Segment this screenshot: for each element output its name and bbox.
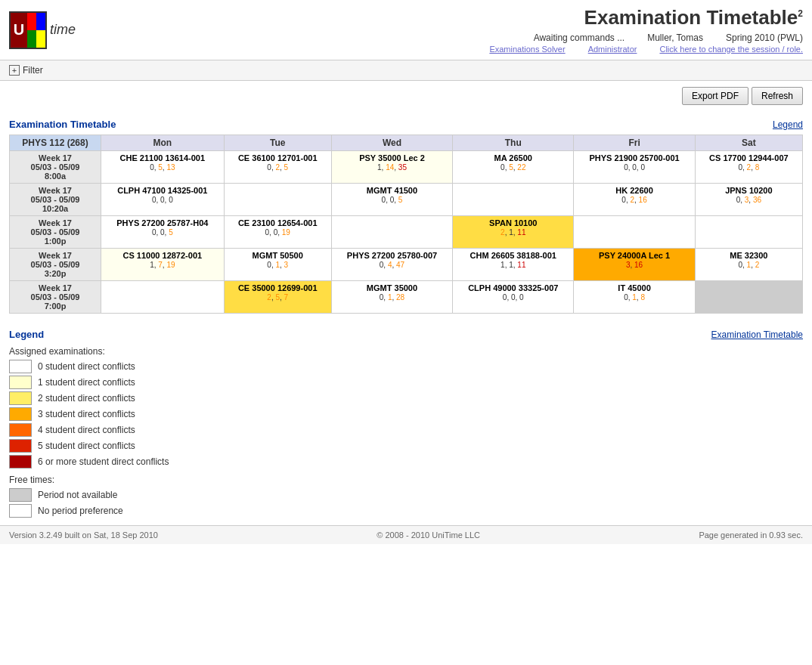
header-info: Awaiting commands ... Muller, Tomas Spri… — [489, 32, 803, 54]
cell-nums: 0, 1, 8 — [578, 293, 690, 302]
table-cell[interactable]: CLPH 47100 14325-0010, 0, 0 — [101, 184, 225, 216]
table-cell — [695, 216, 802, 249]
cell-course-name: CE 23100 12654-001 — [228, 218, 327, 227]
legend-item: 2 student direct conflicts — [9, 391, 803, 405]
cell-nums: 0, 2, 16 — [578, 196, 690, 204]
cell-nums: 0, 2, 5 — [228, 163, 327, 172]
logo-tile-blue — [36, 13, 45, 30]
cell-course-name: PHYS 27200 25787-H04 — [105, 218, 220, 227]
cell-course-name: IT 45000 — [578, 283, 690, 292]
table-cell[interactable]: JPNS 102000, 3, 36 — [695, 184, 802, 216]
table-cell[interactable]: CE 36100 12701-0010, 2, 5 — [224, 151, 331, 184]
table-row: Week 1705/03 - 05/093:20pCS 11000 12872-… — [10, 249, 803, 281]
table-cell[interactable]: CHM 26605 38188-0011, 1, 11 — [453, 249, 574, 281]
free-legend-item: No period preference — [9, 504, 803, 518]
cell-course-name: CE 35000 12699-001 — [228, 283, 327, 292]
table-row: Week 1705/03 - 05/091:00pPHYS 27200 2578… — [10, 216, 803, 249]
refresh-button[interactable]: Refresh — [752, 87, 803, 105]
table-cell[interactable]: MGMT 415000, 0, 5 — [331, 184, 452, 216]
header-right: Examination Timetable2 Awaiting commands… — [489, 6, 803, 54]
legend-item-label: 4 student direct conflicts — [38, 425, 135, 435]
time-cell: Week 1705/03 - 05/093:20p — [10, 249, 101, 281]
table-cell[interactable]: PSY 24000A Lec 13, 16 — [574, 249, 695, 281]
cell-nums: 0, 2, 8 — [699, 163, 798, 172]
examination-timetable: PHYS 112 (268) Mon Tue Wed Thu Fri Sat W… — [9, 135, 803, 314]
cell-course-name: MGMT 41500 — [336, 186, 448, 195]
cell-course-name: CS 17700 12944-007 — [699, 153, 798, 162]
exam-timetable-link[interactable]: Examination Timetable — [711, 329, 803, 340]
legend-section: Legend Examination Timetable Assigned ex… — [0, 321, 812, 525]
logo-tile-red — [27, 13, 36, 30]
logo-u: U — [11, 13, 27, 48]
free-times-label: Free times: — [9, 475, 803, 485]
table-header-row: PHYS 112 (268) Mon Tue Wed Thu Fri Sat — [10, 135, 803, 151]
table-cell[interactable]: IT 450000, 1, 8 — [574, 281, 695, 314]
page-footer: Version 3.2.49 built on Sat, 18 Sep 2010… — [0, 525, 812, 544]
table-cell[interactable]: CS 11000 12872-0011, 7, 19 — [101, 249, 225, 281]
col-header-fri: Fri — [574, 135, 695, 151]
logo-text: time — [50, 22, 76, 38]
cell-nums: 0, 0, 5 — [336, 196, 448, 204]
col-header-sat: Sat — [695, 135, 802, 151]
legend-item: 0 student direct conflicts — [9, 360, 803, 373]
legend-item-label: 5 student direct conflicts — [38, 441, 135, 451]
table-cell[interactable]: HK 226000, 2, 16 — [574, 184, 695, 216]
header-info-sub: Examinations Solver Administrator Click … — [489, 45, 803, 54]
cell-course-name: PSY 35000 Lec 2 — [336, 153, 448, 162]
cell-course-name: PSY 24000A Lec 1 — [578, 251, 690, 260]
cell-nums: 0, 5, 13 — [105, 163, 220, 172]
timetable-section-title: Examination Timetable — [9, 119, 116, 130]
cell-nums: 1, 1, 11 — [457, 261, 569, 269]
legend-color-box — [9, 391, 32, 405]
legend-link[interactable]: Legend — [773, 119, 803, 130]
assigned-label: Assigned examinations: — [9, 346, 803, 357]
time-cell: Week 1705/03 - 05/097:00p — [10, 281, 101, 314]
legend-color-box — [9, 455, 32, 469]
table-cell — [453, 184, 574, 216]
table-cell[interactable]: CE 23100 12654-0010, 0, 19 — [224, 216, 331, 249]
cell-course-name: HK 22600 — [578, 186, 690, 195]
table-cell[interactable]: PHYS 21900 25700-0010, 0, 0 — [574, 151, 695, 184]
legend-item: 1 student direct conflicts — [9, 376, 803, 389]
filter-toggle[interactable]: + Filter — [9, 65, 803, 76]
cell-course-name: ME 32300 — [699, 251, 798, 260]
table-cell — [331, 216, 452, 249]
cell-nums: 0, 0, 5 — [105, 228, 220, 237]
cell-nums: 0, 5, 22 — [457, 163, 569, 172]
legend-item: 4 student direct conflicts — [9, 423, 803, 437]
main-content: Examination Timetable Legend PHYS 112 (2… — [0, 111, 812, 321]
table-cell[interactable]: ME 323000, 1, 2 — [695, 249, 802, 281]
table-cell[interactable]: CHE 21100 13614-0010, 5, 13 — [101, 151, 225, 184]
table-cell[interactable]: MA 265000, 5, 22 — [453, 151, 574, 184]
cell-course-name: JPNS 10200 — [699, 186, 798, 195]
session-label: Spring 2010 (PWL) — [726, 32, 803, 43]
logo-tile-yellow — [36, 30, 45, 48]
legend-title: Legend — [9, 329, 44, 340]
export-pdf-button[interactable]: Export PDF — [682, 87, 748, 105]
table-cell[interactable]: CS 17700 12944-0070, 2, 8 — [695, 151, 802, 184]
table-cell[interactable]: MGMT 350000, 1, 28 — [331, 281, 452, 314]
table-cell[interactable]: CLPH 49000 33325-0070, 0, 0 — [453, 281, 574, 314]
session-sub[interactable]: Click here to change the session / role. — [659, 45, 803, 54]
legend-item: 5 student direct conflicts — [9, 439, 803, 453]
logo-image: U — [9, 11, 47, 49]
status-label: Awaiting commands ... — [534, 32, 625, 43]
table-cell[interactable]: PSY 35000 Lec 21, 14, 35 — [331, 151, 452, 184]
table-cell[interactable]: MGMT 505000, 1, 3 — [224, 249, 331, 281]
free-legend-item-label: Period not available — [38, 490, 117, 500]
table-cell[interactable]: PHYS 27200 25780-0070, 4, 47 — [331, 249, 452, 281]
cell-course-name: SPAN 10100 — [457, 218, 569, 227]
cell-nums: 2, 1, 11 — [457, 228, 569, 237]
cell-course-name: CS 11000 12872-001 — [105, 251, 220, 260]
table-cell[interactable]: PHYS 27200 25787-H040, 0, 5 — [101, 216, 225, 249]
legend-color-box — [9, 439, 32, 453]
table-cell — [101, 281, 225, 314]
legend-item-label: 6 or more student direct conflicts — [38, 456, 169, 467]
table-cell[interactable]: SPAN 101002, 1, 11 — [453, 216, 574, 249]
table-cell — [574, 216, 695, 249]
cell-course-name: MGMT 35000 — [336, 283, 448, 292]
table-row: Week 1705/03 - 05/097:00pCE 35000 12699-… — [10, 281, 803, 314]
table-cell[interactable]: CE 35000 12699-0012, 5, 7 — [224, 281, 331, 314]
cell-nums: 1, 14, 35 — [336, 163, 448, 172]
legend-color-box — [9, 423, 32, 437]
